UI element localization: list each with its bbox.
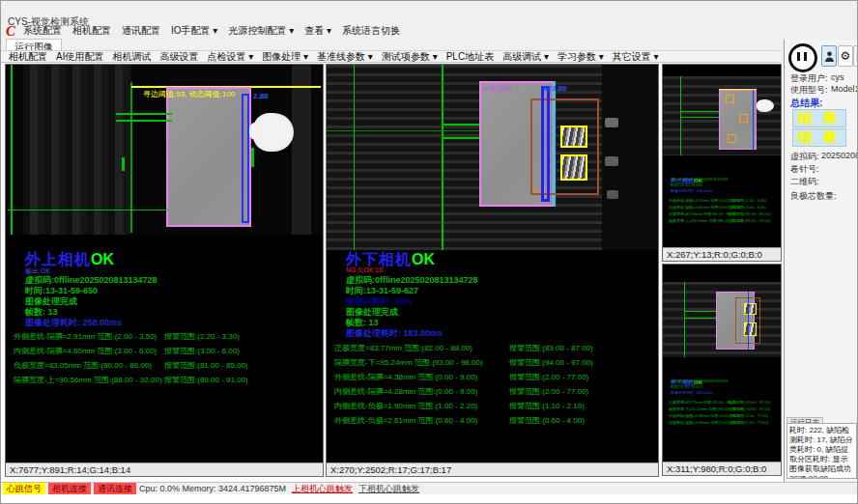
left-green-mark: [122, 157, 125, 171]
thumb-top-panel[interactable]: 外上相机OK 虚拟码:0ffline2025020813134728 时间:13…: [662, 64, 782, 262]
thumb-top-alarm1: 报警范围:(2.20 - 3.30): [729, 198, 766, 204]
needle-label: 卷针号:: [790, 163, 819, 176]
center-meas-row3: 外侧差线-隔膜=4.38mm 范围:(0.00 - 9.00): [334, 372, 477, 382]
vcode-label: 虚拟码:: [790, 151, 819, 163]
trigger-up-text[interactable]: 上相机心跳触发: [292, 483, 353, 494]
tool-learn-params[interactable]: 学习参数 ▾: [558, 50, 604, 64]
left-blue-measure-box: [242, 94, 249, 223]
pause-icon-bar2: [804, 52, 807, 61]
menu-item-system-config[interactable]: 系统配置: [23, 24, 62, 38]
thumb-top-orange-box1: [726, 95, 734, 103]
thumb-bottom-coord-bar: X:311;Y:980;R:0;G:0;B:0: [663, 462, 782, 475]
tool-test-params[interactable]: 测试项参数 ▾: [382, 50, 438, 64]
left-green-hline1: [116, 113, 172, 115]
center-alarm-row5: 报警范围:(1.10 - 2.10): [509, 401, 585, 411]
menu-bar: C 系统配置 相机配置 通讯配置 IO手配置 ▾ 光源控制配置 ▾ 查看 ▾ 系…: [6, 24, 779, 38]
center-coord-bar: X:270;Y:2502;R:17;G:17;B:17: [327, 462, 659, 476]
center-meas-row6: 外侧差线-负极=2.61mm 范围:(0.60 - 4.00): [334, 415, 477, 426]
menu-item-io-config[interactable]: IO手配置 ▾: [171, 24, 217, 38]
log-text[interactable]: 耗时: 222, 缺陷检测耗时: 17, 缺陷分类耗时: 0, 缺陷提取分区耗时…: [786, 423, 857, 479]
center-meas-row1: 正极宽度=83.77mm 范围:(82.00 - 88.00): [334, 343, 472, 353]
left-camera-image[interactable]: 寻边阈值:93, 动态阈值:100 2.88: [6, 65, 323, 235]
center-camera-status: OK: [412, 251, 435, 267]
user-button[interactable]: [821, 45, 837, 67]
left-coord-bar: X:7677;Y:891;R:14;G:14;B:14: [6, 462, 324, 476]
thumb-top-orange-box3: [728, 134, 736, 143]
trigger-down-text[interactable]: 下相机心跳触发: [358, 483, 419, 494]
left-green-hline2: [116, 120, 172, 122]
center-metal-bump2: [605, 156, 618, 166]
thumb-top-coord-bar: X:267;Y:13;R:0;G:0;B:0: [663, 247, 782, 261]
user-icon: [824, 50, 835, 63]
center-elapsed-text: 图像处理耗时: 183.00ms: [346, 327, 443, 340]
center-counter-text: NG:0;OK:10: [346, 266, 383, 273]
left-threshold-label: 寻边阈值:93, 动态阈值:100: [143, 89, 235, 99]
tool-baseline-params[interactable]: 基准线参数 ▾: [317, 50, 373, 64]
thumb-bottom-yellow-box2: [744, 322, 757, 336]
center-meas-row2: 隔膜宽度-下=95.24mm 范围:(93.00 - 98.00): [334, 357, 483, 368]
center-camera-image[interactable]: AI检测框 11.50 123.80: [327, 65, 658, 250]
good-count-label: 良极芯数量:: [790, 190, 837, 203]
left-glove-thumb: [249, 123, 263, 140]
menu-item-comm-config[interactable]: 通讯配置: [122, 24, 160, 38]
tool-camera-debug[interactable]: 相机调试: [112, 50, 151, 64]
status-bar: 心跳信号 相机连接 通讯连接 Cpu: 0.0% Memory: 3424.41…: [1, 482, 858, 494]
left-meas-row4: 隔膜宽度-上=90.56mm 范围:(88.00 - 92.00): [14, 375, 162, 385]
thumb-top-green-hline2: [680, 117, 721, 118]
thumb-bottom-panel[interactable]: 外下相机OK 虚拟码:0ffline2025020813134728 时间:13…: [662, 264, 782, 476]
result-box-1: 结 果: [792, 109, 846, 127]
settings-button[interactable]: ⚙: [838, 45, 853, 67]
center-alarm-row6: 报警范围:(0.60 - 4.00): [509, 415, 585, 426]
left-camera-status: OK: [91, 251, 114, 267]
tool-plc-table[interactable]: PLC地址表: [446, 50, 494, 64]
thumb-top-green-vline: [680, 76, 681, 155]
thumb-top-glove: [757, 99, 774, 112]
left-camera-panel: 寻边阈值:93, 动态阈值:100 2.88 外上相机OK 输出:OK 虚拟码:…: [5, 64, 324, 477]
center-yellow-box1: [560, 126, 587, 148]
thumb-bottom-alarm4: 报警范围:(2.00 - 77.00): [729, 420, 768, 426]
left-alarm-row3: 报警范围:(81.00 - 85.00): [164, 360, 248, 371]
thumb-top-image: [663, 76, 781, 155]
app-logo-icon: C: [6, 25, 15, 37]
menu-item-language[interactable]: 系统语言切换: [342, 24, 400, 38]
app-window: CYS-视觉检测系统 C 系统配置 相机配置 通讯配置 IO手配置 ▾ 光源控制…: [0, 0, 858, 504]
toolbar: 相机配置 AI使用配置 相机调试 高级设置 点检设置 ▾ 图像处理 ▾ 基准线参…: [1, 50, 780, 63]
left-meas-row3: 负极宽度=83.05mm 范围:(80.00 - 86.00): [14, 360, 152, 371]
center-metal-bump3: [607, 190, 618, 199]
tool-spot-check[interactable]: 点检设置 ▾: [207, 50, 253, 64]
tool-other-settings[interactable]: 其它设置 ▾: [613, 50, 659, 64]
center-yellow-box2: [560, 154, 587, 181]
tool-image-process[interactable]: 图像处理 ▾: [262, 50, 308, 64]
menu-item-view[interactable]: 查看 ▾: [304, 24, 331, 38]
menu-item-camera-config[interactable]: 相机配置: [72, 24, 111, 38]
left-blue-value-label: 2.88: [253, 92, 269, 100]
login-user-value: cys: [831, 72, 844, 82]
left-green-mark2: [251, 148, 254, 167]
left-camera-name: 外上相机: [25, 251, 91, 267]
tool-advanced-settings[interactable]: 高级设置: [159, 50, 198, 64]
center-camera-name: 外下相机: [346, 251, 412, 267]
thumb-bottom-alarm1: 报警范围:(83.00 - 87.00): [729, 400, 770, 406]
result-box-2: 结 果: [792, 128, 846, 147]
left-meas-row1: 外侧差线-隔膜=2.91mm 范围:(2.00 - 3.50): [14, 331, 157, 342]
tool-camera-config[interactable]: 相机配置: [9, 50, 47, 64]
left-alarm-row2: 报警范围:(3.00 - 6.00): [164, 346, 240, 356]
tool-advanced-debug[interactable]: 高级调试 ▾: [502, 50, 549, 64]
thumb-top-blue-line: [753, 90, 754, 150]
center-meas-row4: 内侧差线-隔膜=4.28mm 范围:(0.00 - 9.00): [334, 386, 477, 397]
heartbeat-badge: 心跳信号: [3, 483, 45, 494]
right-control-panel: ⚙ 登录用户: cys 使用型号: Model1 总结果: 结 果 结 果 虚拟…: [784, 40, 858, 482]
center-metal-bump1: [605, 118, 618, 127]
center-blue-measure-box: [541, 86, 550, 202]
thumb-top-roi-rect: [719, 90, 757, 150]
thumb-bottom-alarm3: 报警范围:(2.00 - 77.00): [729, 413, 768, 419]
thumb-bottom-blue-line: [748, 292, 749, 350]
menu-item-light-config[interactable]: 光源控制配置 ▾: [228, 24, 294, 38]
thumb-bottom-image: [663, 282, 781, 357]
model-label: 使用型号:: [790, 84, 828, 97]
tool-ai-config[interactable]: AI使用配置: [56, 50, 103, 64]
cpu-memory-text: Cpu: 0.0% Memory: 3424.41796875M: [139, 483, 286, 494]
gear-icon: ⚙: [841, 50, 851, 62]
exit-button[interactable]: [853, 45, 858, 67]
pause-button[interactable]: [788, 43, 817, 72]
